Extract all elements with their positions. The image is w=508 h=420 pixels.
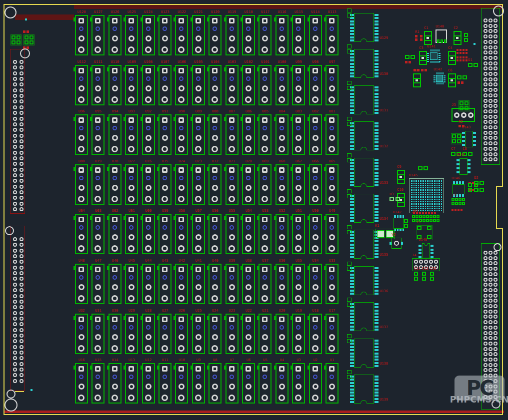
pcb-canvas: PC PHPCMS.CN U128U127U126U125U124U123U12… xyxy=(0,0,508,420)
mounting-hole xyxy=(4,6,16,18)
mounting-hole xyxy=(20,48,30,58)
mounting-hole xyxy=(494,243,502,251)
mounting-hole xyxy=(6,390,16,399)
mounting-hole xyxy=(5,226,14,235)
mounting-hole xyxy=(4,399,18,412)
mounting-hole xyxy=(493,5,504,16)
watermark-caption: PHPCMS.CN xyxy=(444,395,508,405)
board-outline xyxy=(0,0,508,420)
watermark: PC PHPCMS.CN xyxy=(452,374,508,409)
